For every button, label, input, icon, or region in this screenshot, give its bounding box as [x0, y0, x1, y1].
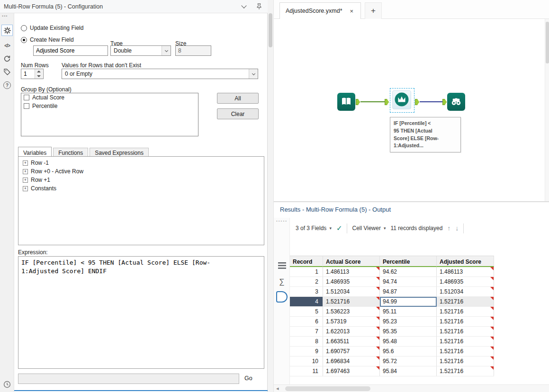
record-cell[interactable]: 2 — [290, 277, 323, 287]
column-header[interactable]: Adjusted Score — [437, 256, 494, 267]
record-cell[interactable]: 10 — [290, 356, 323, 366]
data-cell[interactable]: 1.521716 — [437, 337, 494, 347]
record-cell[interactable]: 4 — [290, 297, 323, 307]
column-header[interactable]: Percentile — [380, 256, 437, 267]
field-name-input[interactable] — [33, 45, 108, 56]
chevron-down-icon[interactable] — [240, 3, 248, 10]
tree-item[interactable]: +Row +0 - Active Row — [18, 167, 264, 176]
data-cell[interactable]: 94.74 — [380, 277, 437, 287]
column-header[interactable]: Record — [290, 256, 323, 267]
check-icon[interactable]: ✓ — [336, 224, 342, 232]
data-cell[interactable]: 1.486935 — [437, 277, 494, 287]
tree-item[interactable]: +Constants — [18, 184, 264, 193]
data-cell[interactable]: 95.84 — [380, 366, 437, 376]
record-cell[interactable]: 6 — [290, 317, 323, 327]
up-arrow-icon[interactable]: ↑ — [447, 224, 450, 232]
expand-plus-icon[interactable]: + — [23, 160, 28, 166]
data-cell[interactable]: 94.62 — [380, 267, 437, 277]
input-anchor[interactable] — [442, 99, 447, 105]
tag-icon[interactable] — [1, 66, 13, 78]
help-icon[interactable]: ? — [1, 80, 13, 91]
panel-grip[interactable]: ••••• — [276, 219, 288, 223]
data-cell[interactable]: 1.697463 — [323, 366, 380, 376]
data-cell[interactable]: 95.6 — [380, 347, 437, 356]
canvas-scrollbar[interactable] — [545, 19, 549, 201]
tree-item[interactable]: +Row -1 — [18, 159, 264, 167]
data-cell[interactable]: 1.622013 — [323, 327, 380, 337]
type-dropdown[interactable]: Double — [110, 45, 171, 56]
table-row[interactable]: 61.5731995.231.521716 — [290, 317, 494, 327]
input-data-tool[interactable] — [337, 93, 355, 111]
data-cell[interactable]: 95.35 — [380, 327, 437, 337]
data-cell[interactable]: 1.512034 — [323, 287, 380, 297]
values-rows-dropdown[interactable]: 0 or Empty — [62, 69, 258, 79]
workflow-tab[interactable]: AdjustedScore.yxmd* × — [279, 2, 361, 19]
record-cell[interactable]: 5 — [290, 307, 323, 317]
table-row[interactable]: 31.51203494.871.512034 — [290, 287, 494, 297]
all-button[interactable]: All — [217, 93, 259, 104]
panel-splitter[interactable] — [268, 0, 274, 392]
radio-create-new-field[interactable]: Create New Field — [21, 36, 74, 43]
group-by-item[interactable]: Actual Score — [21, 93, 198, 102]
data-cell[interactable]: 95.48 — [380, 337, 437, 347]
data-bubble-icon[interactable] — [276, 291, 288, 303]
record-cell[interactable]: 7 — [290, 327, 323, 337]
multi-row-formula-tool[interactable] — [392, 90, 411, 109]
radio-update-existing-field[interactable]: Update Existing Field — [21, 25, 83, 31]
data-cell[interactable]: 1.690757 — [323, 347, 380, 356]
go-button[interactable]: Go — [244, 375, 252, 382]
connection-blue[interactable] — [420, 101, 442, 102]
data-cell[interactable]: 1.521716 — [437, 327, 494, 337]
data-cell[interactable]: 1.486113 — [437, 267, 494, 277]
pin-icon[interactable] — [255, 3, 263, 10]
table-row[interactable]: 71.62201395.351.521716 — [290, 327, 494, 337]
spin-up-icon[interactable] — [35, 69, 43, 74]
gear-icon[interactable] — [1, 25, 13, 36]
data-cell[interactable]: 1.521716 — [437, 366, 494, 376]
num-rows-spinner[interactable] — [21, 69, 44, 79]
variables-tree[interactable]: +Row -1+Row +0 - Active Row+Row +1+Const… — [18, 156, 264, 245]
data-cell[interactable]: 1.521716 — [437, 317, 494, 327]
table-row[interactable]: 51.53622395.111.521716 — [290, 307, 494, 317]
checkbox-icon[interactable] — [24, 95, 29, 100]
workflow-canvas[interactable]: IF [Percentile] < 95 THEN [Actual Score]… — [274, 19, 545, 201]
rows-icon[interactable] — [276, 259, 288, 272]
refresh-icon[interactable] — [1, 53, 13, 64]
table-row[interactable]: 111.69746395.841.521716 — [290, 366, 494, 376]
data-cell[interactable]: 95.72 — [380, 356, 437, 366]
input-anchor[interactable] — [385, 99, 389, 105]
table-row[interactable]: 21.48693594.741.486935 — [290, 277, 494, 287]
close-icon[interactable]: × — [350, 8, 354, 15]
data-cell[interactable]: 1.57319 — [323, 317, 380, 327]
new-tab-button[interactable]: + — [365, 2, 382, 19]
expand-plus-icon[interactable]: + — [23, 186, 28, 191]
expand-plus-icon[interactable]: + — [23, 169, 28, 174]
connection-green[interactable] — [360, 101, 385, 102]
group-by-list[interactable]: Actual ScorePercentile — [21, 93, 198, 136]
data-cell[interactable]: 95.11 — [380, 307, 437, 317]
scrollbar-thumb[interactable] — [546, 22, 549, 63]
data-cell[interactable]: 1.536223 — [323, 307, 380, 317]
expand-plus-icon[interactable]: + — [23, 178, 28, 183]
dropdown-chevron-icon[interactable] — [249, 69, 258, 79]
record-cell[interactable]: 1 — [290, 267, 323, 277]
data-cell[interactable]: 1.696834 — [323, 356, 380, 366]
code-icon[interactable]: </> — [1, 40, 13, 51]
clear-button[interactable]: Clear — [217, 108, 259, 119]
scroll-left-icon[interactable]: ◂ — [276, 385, 279, 392]
table-row[interactable]: 81.66351195.481.521716 — [290, 337, 494, 347]
table-row[interactable]: 41.52171694.991.521716 — [290, 297, 494, 307]
record-cell[interactable]: 11 — [290, 366, 323, 376]
data-cell[interactable]: 94.99 — [380, 297, 437, 307]
table-row[interactable]: 101.69683495.721.521716 — [290, 356, 494, 366]
group-by-item[interactable]: Percentile — [21, 102, 198, 110]
data-cell[interactable]: 1.521716 — [437, 356, 494, 366]
record-cell[interactable]: 8 — [290, 337, 323, 347]
data-cell[interactable]: 1.521716 — [437, 307, 494, 317]
sigma-icon[interactable]: ∑ — [276, 276, 288, 288]
panel-grip[interactable]: ••• — [2, 14, 8, 18]
cell-viewer-dropdown[interactable]: Cell Viewer ▾ — [352, 225, 386, 232]
clock-icon[interactable] — [1, 379, 13, 390]
scrollbar-thumb[interactable] — [285, 386, 370, 391]
dropdown-chevron-icon[interactable] — [162, 46, 171, 55]
